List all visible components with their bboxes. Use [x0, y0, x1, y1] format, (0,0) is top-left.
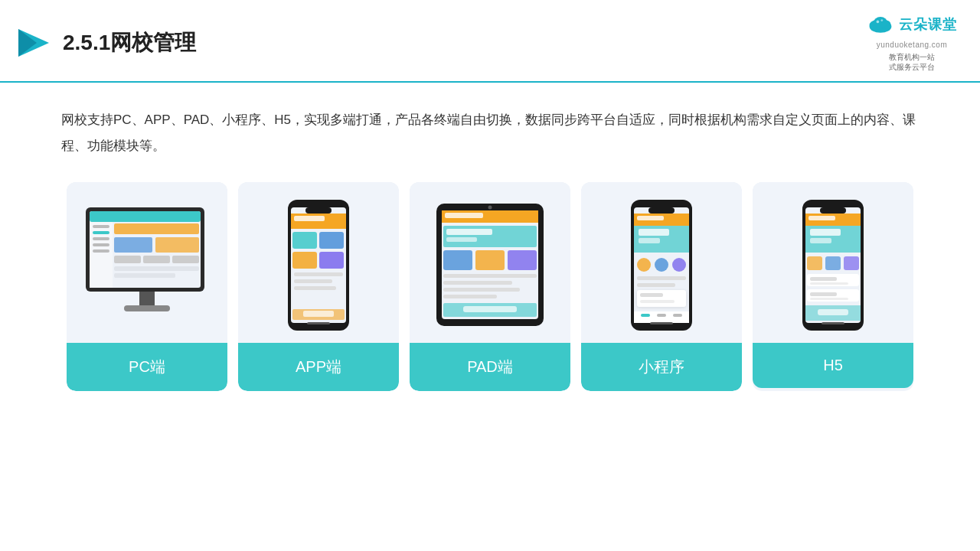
brand-name-en: yunduoketang.com — [877, 37, 948, 51]
svg-rect-50 — [443, 250, 472, 270]
svg-rect-55 — [443, 288, 520, 292]
card-h5: H5 — [753, 182, 913, 391]
svg-rect-20 — [93, 225, 109, 228]
svg-point-44 — [488, 206, 492, 210]
svg-rect-84 — [808, 216, 835, 220]
cloud-icon — [867, 14, 894, 35]
h5-phone-icon — [799, 198, 867, 332]
svg-rect-15 — [114, 256, 141, 263]
svg-rect-52 — [508, 250, 537, 270]
svg-rect-12 — [114, 223, 199, 234]
brand-slogan: 教育机构一站 式服务云平台 — [889, 52, 935, 72]
svg-rect-56 — [443, 295, 497, 298]
svg-rect-96 — [810, 298, 848, 300]
svg-rect-70 — [637, 276, 686, 280]
svg-rect-61 — [648, 207, 675, 214]
svg-rect-41 — [307, 322, 330, 324]
svg-rect-99 — [822, 322, 844, 324]
miniapp-phone-icon — [627, 198, 696, 332]
svg-rect-18 — [114, 266, 199, 271]
pad-tablet-icon — [433, 200, 547, 330]
svg-rect-65 — [639, 229, 669, 236]
svg-rect-17 — [172, 256, 199, 263]
card-pad-label: PAD端 — [410, 343, 570, 391]
svg-point-68 — [655, 258, 668, 272]
svg-point-5 — [874, 17, 887, 28]
svg-rect-88 — [807, 256, 822, 270]
card-h5-label: H5 — [753, 343, 913, 388]
svg-rect-66 — [639, 238, 660, 243]
svg-rect-90 — [844, 256, 859, 270]
svg-rect-76 — [641, 314, 650, 317]
card-pad: PAD端 — [410, 182, 570, 391]
svg-rect-48 — [446, 229, 492, 235]
svg-rect-49 — [446, 237, 477, 242]
app-phone-icon — [284, 198, 353, 332]
svg-rect-89 — [825, 256, 841, 270]
svg-rect-16 — [143, 256, 170, 263]
svg-point-67 — [637, 258, 651, 272]
svg-rect-63 — [637, 216, 664, 220]
svg-rect-93 — [810, 282, 848, 285]
svg-rect-26 — [124, 305, 170, 311]
svg-rect-82 — [820, 207, 846, 214]
svg-rect-25 — [139, 292, 155, 307]
description-text: 网校支持PC、APP、PAD、小程序、H5，实现多端打通，产品各终端自由切换，数… — [0, 83, 980, 174]
card-pc-label: PC端 — [67, 343, 227, 391]
svg-rect-37 — [294, 279, 332, 283]
svg-rect-19 — [114, 273, 175, 278]
svg-rect-72 — [637, 290, 686, 307]
svg-rect-92 — [810, 277, 837, 281]
brand-logo: 云朵课堂 yunduoketang.com 教育机构一站 式服务云平台 — [867, 14, 957, 72]
card-miniapp: 小程序 — [581, 182, 742, 391]
svg-rect-21 — [93, 231, 109, 234]
svg-rect-53 — [443, 274, 537, 278]
svg-rect-22 — [93, 237, 109, 240]
svg-rect-75 — [634, 311, 689, 323]
svg-rect-32 — [292, 232, 317, 249]
svg-rect-14 — [155, 237, 199, 253]
svg-point-69 — [672, 258, 686, 272]
svg-rect-51 — [475, 250, 505, 270]
header-left: 2.5.1网校管理 — [15, 24, 196, 61]
svg-rect-38 — [294, 286, 336, 290]
card-miniapp-label: 小程序 — [581, 343, 742, 391]
svg-rect-46 — [445, 213, 483, 218]
card-app-label: APP端 — [238, 343, 399, 391]
svg-rect-23 — [93, 243, 109, 246]
svg-rect-34 — [292, 252, 317, 269]
svg-rect-73 — [640, 293, 663, 297]
svg-rect-95 — [810, 292, 837, 296]
svg-rect-31 — [294, 216, 325, 221]
svg-rect-74 — [640, 300, 675, 303]
card-pc: PC端 — [67, 182, 227, 391]
svg-rect-58 — [463, 306, 517, 312]
card-app: APP端 — [238, 182, 399, 391]
svg-rect-29 — [305, 207, 332, 214]
svg-rect-86 — [810, 229, 841, 236]
svg-rect-13 — [114, 237, 152, 253]
svg-rect-40 — [303, 311, 334, 317]
card-miniapp-image — [581, 182, 742, 343]
pc-monitor-icon — [82, 204, 212, 326]
svg-rect-10 — [90, 211, 201, 222]
card-pc-image — [67, 182, 227, 343]
brand-name-cn: 云朵课堂 — [899, 15, 957, 34]
svg-rect-87 — [810, 238, 831, 243]
svg-rect-24 — [93, 249, 109, 253]
card-app-image — [238, 182, 399, 343]
svg-rect-35 — [319, 252, 344, 269]
svg-rect-78 — [673, 314, 682, 317]
svg-rect-79 — [650, 322, 673, 324]
svg-rect-71 — [637, 283, 675, 287]
page-header: 2.5.1网校管理 云朵课堂 yunduoketang.com 教育机构一站 式… — [0, 0, 980, 83]
card-h5-image — [753, 182, 913, 343]
card-pad-image — [410, 182, 570, 343]
svg-rect-77 — [657, 314, 666, 317]
svg-rect-36 — [294, 272, 343, 276]
svg-rect-54 — [443, 281, 512, 285]
logo-icon — [15, 24, 52, 61]
svg-point-7 — [880, 19, 883, 21]
svg-rect-98 — [818, 309, 848, 315]
brand-cloud-row: 云朵课堂 — [867, 14, 957, 35]
